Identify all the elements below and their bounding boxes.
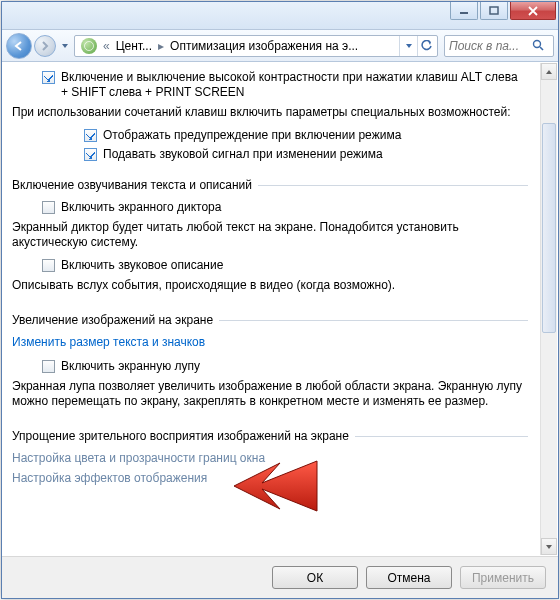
refresh-button[interactable] <box>417 36 435 56</box>
divider <box>258 185 528 186</box>
section-title-magnify: Увеличение изображений на экране <box>12 313 213 327</box>
checkbox-show-warning[interactable] <box>84 129 97 142</box>
ok-button[interactable]: ОК <box>272 566 358 589</box>
desc-audio-description: Описывать вслух события, происходящие в … <box>12 275 528 299</box>
close-button[interactable] <box>510 2 556 20</box>
apply-button[interactable]: Применить <box>460 566 546 589</box>
scrollbar-thumb[interactable] <box>542 123 556 333</box>
divider <box>219 320 528 321</box>
checkbox-high-contrast-toggle[interactable] <box>42 71 55 84</box>
cancel-button[interactable]: Отмена <box>366 566 452 589</box>
titlebar <box>2 2 558 30</box>
minimize-button[interactable] <box>450 2 478 20</box>
breadcrumb-seg-2[interactable]: Оптимизация изображения на э... <box>166 39 362 53</box>
checkbox-magnifier[interactable] <box>42 360 55 373</box>
window-frame: « Цент... ▸ Оптимизация изображения на э… <box>1 1 559 599</box>
vertical-scrollbar[interactable] <box>540 63 557 555</box>
label-magnifier: Включить экранную лупу <box>61 359 200 374</box>
checkbox-narrator[interactable] <box>42 201 55 214</box>
svg-line-3 <box>540 47 543 50</box>
svg-rect-1 <box>490 7 498 14</box>
control-panel-icon <box>81 38 97 54</box>
search-icon <box>529 37 547 55</box>
nav-history-dropdown[interactable] <box>58 33 72 59</box>
dialog-footer: ОК Отмена Применить <box>2 556 558 598</box>
link-resize-text-icons[interactable]: Изменить размер текста и значков <box>12 335 205 349</box>
search-input[interactable] <box>445 39 529 53</box>
chevron-right-icon: ▸ <box>156 39 166 53</box>
scroll-up-button[interactable] <box>541 63 557 80</box>
link-window-border-color[interactable]: Настройка цвета и прозрачности границ ок… <box>12 451 265 465</box>
desc-magnifier: Экранная лупа позволяет увеличить изобра… <box>12 376 528 415</box>
link-display-effects[interactable]: Настройка эффектов отображения <box>12 471 207 485</box>
nav-forward-button[interactable] <box>34 35 56 57</box>
section-title-narration: Включение озвучивания текста и описаний <box>12 178 252 192</box>
address-bar[interactable]: « Цент... ▸ Оптимизация изображения на э… <box>74 35 438 57</box>
maximize-button[interactable] <box>480 2 508 20</box>
breadcrumb-seg-1[interactable]: Цент... <box>112 39 156 53</box>
desc-narrator: Экранный диктор будет читать любой текст… <box>12 217 528 256</box>
section-title-simplify: Упрощение зрительного восприятия изображ… <box>12 429 349 443</box>
search-box[interactable] <box>444 35 554 57</box>
svg-point-2 <box>533 41 540 48</box>
content-area: Включение и выключение высокой контрастн… <box>2 62 558 556</box>
label-narrator: Включить экранного диктора <box>61 200 221 215</box>
address-dropdown[interactable] <box>399 36 417 56</box>
label-high-contrast-toggle: Включение и выключение высокой контрастн… <box>61 70 528 100</box>
nav-back-button[interactable] <box>6 33 32 59</box>
navbar: « Цент... ▸ Оптимизация изображения на э… <box>2 30 558 62</box>
label-audio-description: Включить звуковое описание <box>61 258 223 273</box>
label-play-sound: Подавать звуковой сигнал при изменении р… <box>103 147 383 162</box>
checkbox-play-sound[interactable] <box>84 148 97 161</box>
divider <box>355 436 528 437</box>
breadcrumb-sep-icon: « <box>101 39 112 53</box>
checkbox-audio-description[interactable] <box>42 259 55 272</box>
scroll-down-button[interactable] <box>541 538 557 555</box>
svg-rect-0 <box>460 12 468 14</box>
label-show-warning: Отображать предупреждение при включении … <box>103 128 401 143</box>
desc-high-contrast: При использовании сочетаний клавиш включ… <box>12 102 528 126</box>
